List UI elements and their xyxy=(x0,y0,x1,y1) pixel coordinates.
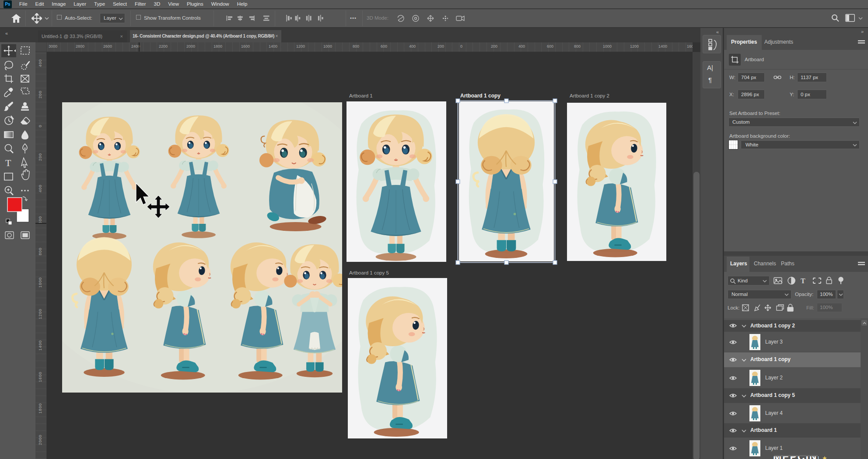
svg-text:Artboard 1 copy 5: Artboard 1 copy 5 xyxy=(349,270,389,275)
svg-text:T: T xyxy=(5,157,11,168)
svg-text:Artboard 1 copy 2: Artboard 1 copy 2 xyxy=(570,93,609,98)
svg-text:T: T xyxy=(801,277,805,285)
svg-text:Artboard 1: Artboard 1 xyxy=(349,93,373,98)
svg-text:Artboard 1 copy: Artboard 1 copy xyxy=(460,93,500,99)
